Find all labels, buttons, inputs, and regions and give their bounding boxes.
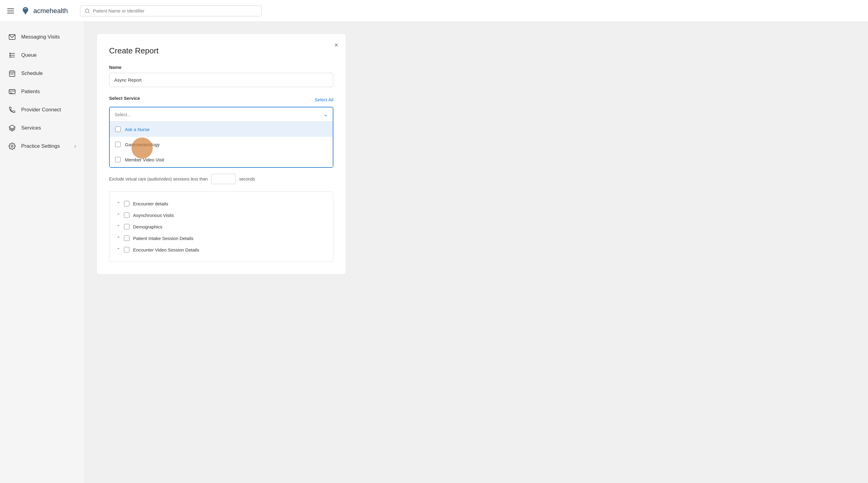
dropdown-item-label: Ask a Nurse (125, 127, 150, 132)
gear-icon (8, 143, 16, 150)
svg-rect-7 (9, 55, 10, 56)
svg-rect-15 (9, 89, 15, 94)
sidebar-label: Services (21, 125, 41, 131)
checkbox-label: Demographics (133, 224, 162, 229)
expand-icon[interactable]: ⌃ (117, 201, 120, 206)
select-input-row[interactable]: ⌄ (110, 107, 333, 121)
svg-rect-6 (9, 53, 10, 54)
checkbox-label: Patient Intake Session Details (133, 236, 193, 241)
svg-rect-9 (9, 71, 15, 77)
exclude-row: Exclude virtual care (audio/video) sessi… (109, 174, 333, 184)
search-input[interactable] (93, 8, 257, 13)
sidebar-label: Schedule (21, 70, 43, 77)
dropdown-item-ask-nurse[interactable]: Ask a Nurse (110, 122, 333, 137)
checkbox-row-patient-intake[interactable]: ⌃ Patient Intake Session Details (117, 232, 326, 244)
checkbox-ask-nurse[interactable] (115, 126, 121, 132)
expand-icon[interactable]: ⌃ (117, 236, 120, 240)
exclude-text-before: Exclude virtual care (audio/video) sessi… (109, 177, 208, 181)
sidebar-label: Provider Connect (21, 107, 61, 113)
select-service-group: Select Service Select All ⌄ Ask a Nurse (109, 95, 333, 168)
expand-icon[interactable]: ⌃ (117, 247, 120, 252)
chevron-right-icon: › (74, 143, 76, 149)
checkbox-row-encounter-video[interactable]: ⌃ Encounter Video Session Details (117, 244, 326, 255)
checkbox-encounter-video[interactable] (124, 247, 129, 252)
hamburger-menu[interactable] (7, 8, 14, 13)
checkbox-label: Encounter Video Session Details (133, 247, 199, 252)
exclude-text-after: seconds (239, 177, 255, 181)
sidebar-item-messaging-visits[interactable]: Messaging Visits (0, 28, 85, 46)
svg-rect-8 (9, 56, 10, 58)
search-icon (85, 8, 90, 13)
sidebar-label: Messaging Visits (21, 34, 60, 40)
dropdown-item-member-video-visit[interactable]: Member Video Visit (110, 152, 333, 167)
checkbox-encounter-details[interactable] (124, 201, 129, 206)
select-all-link[interactable]: Select All (315, 97, 333, 102)
dropdown-item-label: Member Video Visit (125, 157, 164, 162)
checkbox-demographics[interactable] (124, 224, 129, 229)
svg-rect-14 (12, 74, 13, 75)
select-service-header: Select Service Select All (109, 95, 333, 104)
checkbox-section: ⌃ Encounter details ⌃ Asynchronous Visit… (109, 192, 333, 262)
logo-icon (20, 5, 31, 17)
checkbox-patient-intake[interactable] (124, 235, 129, 241)
logo-text: acmehealth (33, 7, 68, 15)
expand-icon[interactable]: ⌃ (117, 224, 120, 229)
svg-point-20 (11, 145, 13, 147)
sidebar: Messaging Visits Queue Schedule P (0, 22, 85, 483)
sidebar-item-queue[interactable]: Queue (0, 46, 85, 64)
card-icon (8, 88, 16, 95)
checkbox-row-async-visits[interactable]: ⌃ Asynchronous Visits (117, 209, 326, 221)
svg-line-1 (88, 12, 89, 13)
dropdown-item-gastroenterology[interactable]: Gastroenterology (110, 137, 333, 152)
sidebar-label: Queue (21, 52, 37, 58)
checkbox-label: Asynchronous Visits (133, 213, 174, 218)
checkbox-row-encounter-details[interactable]: ⌃ Encounter details (117, 198, 326, 209)
service-dropdown-list: Ask a Nurse Gastroenterology Member Vide… (110, 121, 333, 167)
sidebar-item-provider-connect[interactable]: Provider Connect (0, 101, 85, 119)
envelope-icon (8, 33, 16, 41)
dropdown-item-label: Gastroenterology (125, 142, 160, 147)
create-report-panel: Create Report × Name Select Service Sele… (97, 34, 345, 274)
name-field-group: Name (109, 65, 333, 95)
calendar-icon (8, 70, 16, 77)
sidebar-item-patients[interactable]: Patients (0, 83, 85, 101)
panel-title: Create Report (109, 46, 333, 56)
sidebar-item-services[interactable]: Services (0, 119, 85, 137)
sidebar-item-schedule[interactable]: Schedule (0, 64, 85, 83)
exclude-seconds-input[interactable] (211, 174, 236, 184)
close-button[interactable]: × (334, 41, 338, 49)
layers-icon (8, 124, 16, 132)
select-service-label: Select Service (109, 95, 140, 101)
expand-icon[interactable]: ⌃ (117, 213, 120, 218)
checkbox-row-demographics[interactable]: ⌃ Demographics (117, 221, 326, 232)
sidebar-label: Patients (21, 89, 40, 95)
checkbox-label: Encounter details (133, 201, 168, 206)
phone-icon (8, 106, 16, 113)
service-dropdown[interactable]: ⌄ Ask a Nurse Gastroenterology (109, 107, 333, 168)
app-header: acmehealth (0, 0, 868, 22)
sidebar-item-practice-settings[interactable]: Practice Settings › (0, 137, 85, 155)
name-label: Name (109, 65, 333, 70)
name-input[interactable] (109, 73, 333, 87)
sidebar-label: Practice Settings (21, 143, 60, 149)
list-icon (8, 52, 16, 59)
service-search-input[interactable] (115, 112, 323, 117)
svg-point-0 (85, 9, 89, 12)
svg-rect-13 (10, 74, 11, 75)
checkbox-member-video-visit[interactable] (115, 157, 121, 162)
checkbox-gastroenterology[interactable] (115, 142, 121, 147)
checkbox-async-visits[interactable] (124, 212, 129, 218)
main-content: Create Report × Name Select Service Sele… (85, 22, 868, 483)
search-bar[interactable] (80, 5, 262, 17)
chevron-down-icon: ⌄ (323, 111, 328, 118)
app-logo: acmehealth (20, 5, 68, 17)
